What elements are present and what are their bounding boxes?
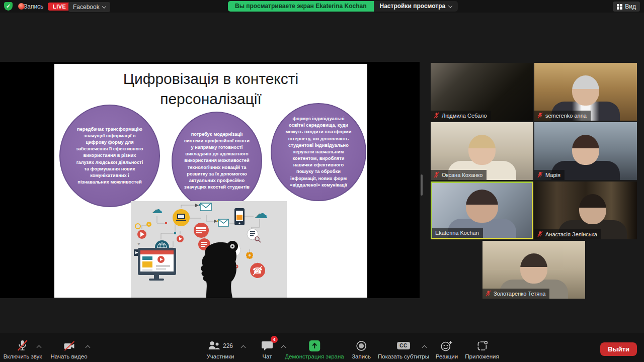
slide-bubble-1: передбачає трансформацію значущої інформ… [59, 105, 160, 207]
shared-screen-area: Цифровізація в контексті персоналізації … [0, 62, 420, 298]
card-icon [194, 223, 209, 238]
camera-off-icon [62, 339, 75, 352]
smartphone-icon [234, 208, 245, 225]
apps-label: Приложения [465, 353, 499, 359]
participant-nametag: Марія [534, 170, 565, 180]
digital-mind-illustration: ☁ ☁ [131, 201, 287, 298]
participants-count: 226 [223, 342, 233, 349]
muted-mic-icon [537, 231, 543, 237]
facebook-label: Facebook [73, 4, 100, 11]
muted-mic-icon [17, 339, 29, 352]
share-screen-label: Демонстрация экрана [285, 353, 344, 359]
smiley-plus-icon [440, 340, 453, 352]
panel-scrollbar[interactable] [421, 174, 423, 196]
participant-nametag: semerenko anna [534, 111, 591, 121]
participants-label: Участники [207, 353, 234, 359]
telephone-icon: ☎ [250, 263, 265, 278]
participant-nametag: Людмила Себало [431, 111, 491, 121]
record-label: Запись [352, 353, 371, 359]
participants-options-chevron[interactable] [241, 345, 246, 350]
apps-button[interactable]: Приложения [465, 339, 499, 359]
start-video-button[interactable]: Начать видео [50, 339, 87, 359]
chat-label: Чат [261, 353, 273, 359]
participants-button[interactable]: 226 Участники [207, 339, 234, 359]
muted-mic-icon [537, 171, 543, 178]
participants-icon [208, 340, 221, 351]
participant-nametag: Ekaterina Kochan [432, 228, 483, 238]
laptop-icon [173, 209, 190, 226]
video-tile-zolotarenko-tetyana[interactable]: Золотаренко Тетяна [482, 241, 585, 299]
reactions-button[interactable]: Реакции [436, 339, 458, 359]
chevron-down-icon [102, 4, 106, 8]
chat-unread-badge: 4 [271, 336, 278, 343]
recording-status-label: Запись [24, 3, 43, 10]
view-options-button[interactable]: Настройки просмотра [374, 1, 458, 12]
view-options-label: Настройки просмотра [380, 3, 446, 10]
muted-mic-icon [537, 112, 543, 119]
recording-dot-icon [18, 3, 25, 10]
leave-meeting-button[interactable]: Выйти [600, 342, 637, 356]
video-tile-ekaterina-kochan-active-speaker[interactable]: Ekaterina Kochan [431, 182, 533, 239]
record-button[interactable]: Запись [352, 339, 371, 359]
cloud-icon: ☁ [151, 203, 163, 216]
video-tile-mariya[interactable]: Марія [534, 122, 637, 180]
slide-bubble-2-text: потребує модернізації системи професійно… [184, 131, 250, 191]
share-screen-icon [308, 339, 321, 352]
envelope-icon [218, 219, 228, 226]
security-shield-icon[interactable]: ✓ [4, 2, 13, 11]
slide-illustration: ☁ ☁ [131, 201, 287, 298]
chevron-down-icon [448, 4, 452, 8]
share-screen-button[interactable]: Демонстрация экрана [285, 339, 344, 359]
presentation-slide: Цифровізація в контексті персоналізації … [54, 64, 367, 298]
grid-view-icon [617, 4, 622, 10]
participant-name: Марія [545, 172, 560, 178]
participant-name: semerenko anna [545, 113, 587, 119]
participant-name: Оксана Коханко [442, 172, 482, 178]
participant-nametag: Анастасія Зелінська [534, 229, 601, 239]
cc-icon: CC [397, 342, 410, 349]
gear-icon [246, 252, 253, 259]
video-tile-oksana-kokhanko[interactable]: Оксана Коханко [431, 122, 533, 180]
envelope-icon [200, 203, 211, 211]
captions-button[interactable]: CC Показать субтитры [378, 339, 429, 359]
participant-nametag: Оксана Коханко [431, 170, 487, 180]
unmute-button[interactable]: Включить звук [4, 339, 42, 359]
video-tile-semerenko-anna[interactable]: semerenko anna [534, 63, 637, 121]
participant-name: Людмила Себало [442, 113, 487, 119]
cloud-icon: ☁ [254, 206, 268, 221]
muted-mic-icon [486, 290, 491, 297]
slide-bubble-1-text: передбачає трансформацію значущої інформ… [75, 126, 144, 186]
view-label: Вид [625, 3, 636, 10]
start-video-label: Начать видео [50, 353, 87, 359]
record-icon [355, 340, 367, 352]
play-icon [177, 235, 184, 242]
muted-mic-icon [434, 112, 439, 119]
chat-button[interactable]: 4 Чат [261, 339, 273, 359]
live-badge: LIVE [48, 3, 71, 11]
slide-bubble-3: формує індивідуальні освітні середовища,… [271, 103, 366, 201]
participant-nametag: Золотаренко Тетяна [482, 289, 549, 299]
muted-mic-icon [434, 171, 439, 178]
participant-name: Анастасія Зелінська [545, 231, 597, 237]
slide-bubble-3-text: формує індивідуальні освітні середовища,… [285, 116, 352, 189]
video-tile-anastasiya-zelinska[interactable]: Анастасія Зелінська [534, 182, 637, 239]
reactions-label: Реакции [436, 353, 458, 359]
play-icon [137, 230, 146, 239]
view-button[interactable]: Вид [613, 2, 640, 12]
slide-bubble-2: потребує модернізації системи професійно… [172, 112, 262, 210]
unmute-label: Включить звук [4, 353, 42, 359]
gear-icon [146, 222, 151, 227]
viewing-screen-banner: Вы просматриваете экран Ekaterina Kochan [228, 1, 374, 12]
participant-name: Ekaterina Kochan [435, 230, 479, 236]
captions-label: Показать субтитры [378, 353, 429, 359]
apps-icon [476, 340, 488, 352]
participant-name: Золотаренко Тетяна [494, 291, 545, 297]
slide-title: Цифровізація в контексті персоналізації [74, 69, 347, 109]
meeting-top-bar: ✓ Запись LIVE Facebook Вы просматриваете… [0, 0, 644, 13]
meeting-toolbar: Включить звук Начать видео 226 Участники [0, 333, 644, 362]
heart-icon: ♥ [137, 241, 140, 246]
video-tile-lyudmyla-sebalo[interactable]: Людмила Себало [431, 63, 533, 121]
facebook-stream-button[interactable]: Facebook [68, 2, 110, 12]
